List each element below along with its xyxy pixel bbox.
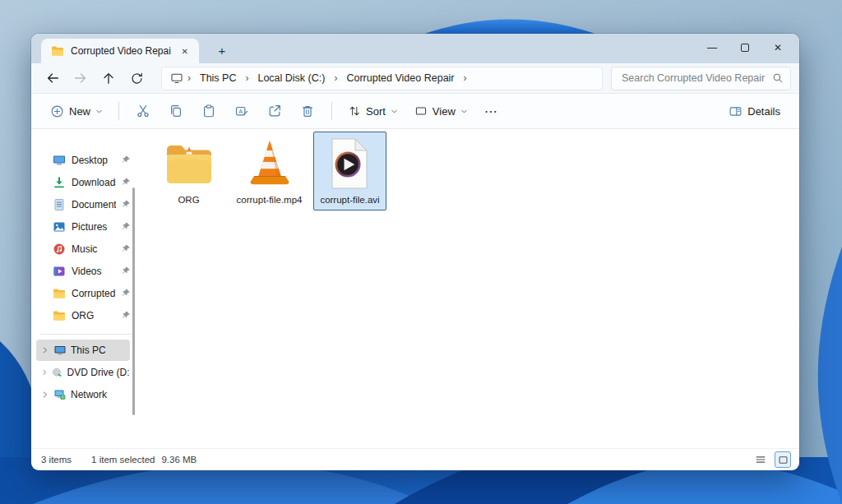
- maximize-button[interactable]: [729, 35, 761, 60]
- new-plus-icon: [50, 104, 64, 118]
- file-tile-corrupt-file-mp4[interactable]: corrupt-file.mp4: [233, 132, 306, 210]
- documents-icon: [53, 198, 66, 211]
- pin-icon[interactable]: [122, 289, 131, 298]
- breadcrumb-separator: ›: [244, 72, 249, 84]
- folder-icon: [163, 137, 215, 190]
- sidebar-item-label: Documents: [72, 199, 116, 210]
- window-controls: — ✕: [696, 34, 794, 62]
- breadcrumb-corrupted-video-repair[interactable]: Corrupted Video Repair: [341, 71, 459, 86]
- delete-button[interactable]: [292, 98, 323, 124]
- minimize-button[interactable]: —: [696, 35, 729, 60]
- sort-button[interactable]: Sort: [340, 98, 405, 124]
- pin-icon[interactable]: [122, 244, 131, 253]
- pin-icon[interactable]: [122, 155, 131, 164]
- breadcrumb-separator: ›: [463, 72, 468, 84]
- sidebar-item-music[interactable]: Music: [31, 238, 141, 260]
- toolbar-divider: [118, 102, 119, 120]
- navigation-pane: Desktop Downloads Documents Pictures: [31, 129, 141, 448]
- sidebar-separator: [39, 334, 133, 335]
- folder-icon: [53, 287, 66, 300]
- breadcrumb-this-pc[interactable]: This PC: [195, 71, 241, 86]
- sidebar-item-network[interactable]: Network: [36, 384, 130, 405]
- cut-scissors-icon: [136, 104, 150, 118]
- refresh-button[interactable]: [123, 66, 150, 90]
- dvd-drive-icon: [52, 366, 62, 379]
- up-button[interactable]: [95, 66, 122, 90]
- sidebar-item-label: Downloads: [72, 177, 116, 188]
- sidebar-item-videos[interactable]: Videos: [31, 260, 141, 282]
- chevron-right-icon: [41, 391, 49, 399]
- new-button-label: New: [69, 105, 90, 118]
- sidebar-item-corrupted-video-repair[interactable]: Corrupted Vi: [31, 282, 141, 304]
- large-icons-view-button[interactable]: [775, 451, 791, 468]
- more-options-button[interactable]: ⋯: [477, 98, 505, 124]
- paste-button[interactable]: [193, 98, 224, 124]
- rename-icon: A: [234, 104, 249, 118]
- sort-button-label: Sort: [366, 105, 386, 118]
- sidebar-item-label: ORG: [72, 310, 116, 321]
- status-selection-size: 9.36 MB: [161, 455, 197, 465]
- forward-button[interactable]: [67, 66, 94, 90]
- sidebar-item-label: DVD Drive (D:) C: [67, 367, 130, 378]
- paste-clipboard-icon: [201, 104, 216, 118]
- details-pane-icon: [729, 104, 743, 118]
- details-pane-label: Details: [747, 105, 780, 118]
- sidebar-item-this-pc[interactable]: This PC: [36, 340, 130, 361]
- chevron-right-icon: [41, 346, 49, 354]
- pin-icon[interactable]: [122, 178, 131, 187]
- share-button[interactable]: [259, 98, 290, 124]
- pin-icon[interactable]: [122, 311, 131, 320]
- details-pane-button[interactable]: Details: [721, 98, 788, 124]
- new-button[interactable]: New: [43, 98, 110, 124]
- address-bar: › This PC › Local Disk (C:) › Corrupted …: [31, 63, 799, 93]
- sidebar-item-label: Videos: [72, 266, 116, 277]
- pin-icon[interactable]: [122, 200, 131, 209]
- sidebar-scrollbar[interactable]: [132, 187, 135, 415]
- pin-icon[interactable]: [122, 266, 131, 275]
- explorer-window: Corrupted Video Repair ✕ + — ✕ › This PC…: [31, 34, 799, 470]
- close-button[interactable]: ✕: [761, 35, 794, 60]
- refresh-icon: [130, 72, 144, 86]
- new-tab-button[interactable]: +: [210, 39, 234, 61]
- maximize-icon: [741, 44, 749, 52]
- trash-icon: [300, 104, 315, 118]
- details-view-icon: [755, 454, 766, 465]
- tab-corrupted-video-repair[interactable]: Corrupted Video Repair ✕: [41, 39, 199, 63]
- toolbar-divider: [331, 102, 332, 120]
- tab-title: Corrupted Video Repair: [71, 45, 171, 57]
- breadcrumb-separator: ›: [333, 72, 338, 84]
- cut-button[interactable]: [127, 98, 159, 124]
- file-tile-org-folder[interactable]: ORG: [152, 132, 225, 210]
- sidebar-item-desktop[interactable]: Desktop: [31, 149, 141, 171]
- sidebar-item-label: Pictures: [72, 221, 116, 233]
- back-button[interactable]: [39, 66, 66, 90]
- sidebar-item-label: This PC: [71, 344, 106, 356]
- sidebar-item-label: Network: [71, 389, 107, 400]
- sidebar-item-downloads[interactable]: Downloads: [31, 171, 141, 193]
- file-tile-corrupt-file-avi[interactable]: corrupt-file.avi: [313, 132, 386, 210]
- back-arrow-icon: [45, 71, 60, 86]
- search-input[interactable]: [622, 72, 772, 84]
- search-icon: [772, 72, 784, 84]
- sidebar-item-org[interactable]: ORG: [31, 304, 141, 326]
- tab-close-button[interactable]: ✕: [178, 45, 192, 58]
- breadcrumb: › This PC › Local Disk (C:) › Corrupted …: [161, 67, 603, 90]
- ellipsis-icon: ⋯: [484, 104, 497, 119]
- copy-button[interactable]: [160, 98, 192, 124]
- sidebar-item-pictures[interactable]: Pictures: [31, 215, 141, 238]
- up-arrow-icon: [101, 71, 116, 86]
- rename-button[interactable]: A: [226, 98, 257, 124]
- titlebar: Corrupted Video Repair ✕ + — ✕: [31, 34, 799, 63]
- breadcrumb-local-disk-c[interactable]: Local Disk (C:): [252, 71, 330, 86]
- sidebar-item-label: Corrupted Vi: [72, 288, 116, 299]
- status-item-count: 3 items: [41, 455, 72, 465]
- sidebar-item-documents[interactable]: Documents: [31, 193, 141, 215]
- copy-icon: [169, 104, 183, 118]
- details-view-button[interactable]: [752, 451, 769, 468]
- folder-icon: [51, 44, 64, 58]
- chevron-right-icon: [41, 368, 48, 377]
- view-button[interactable]: View: [407, 98, 475, 124]
- sidebar-item-dvd-drive[interactable]: DVD Drive (D:) C: [36, 362, 130, 383]
- pin-icon[interactable]: [122, 222, 131, 231]
- network-icon: [53, 388, 67, 401]
